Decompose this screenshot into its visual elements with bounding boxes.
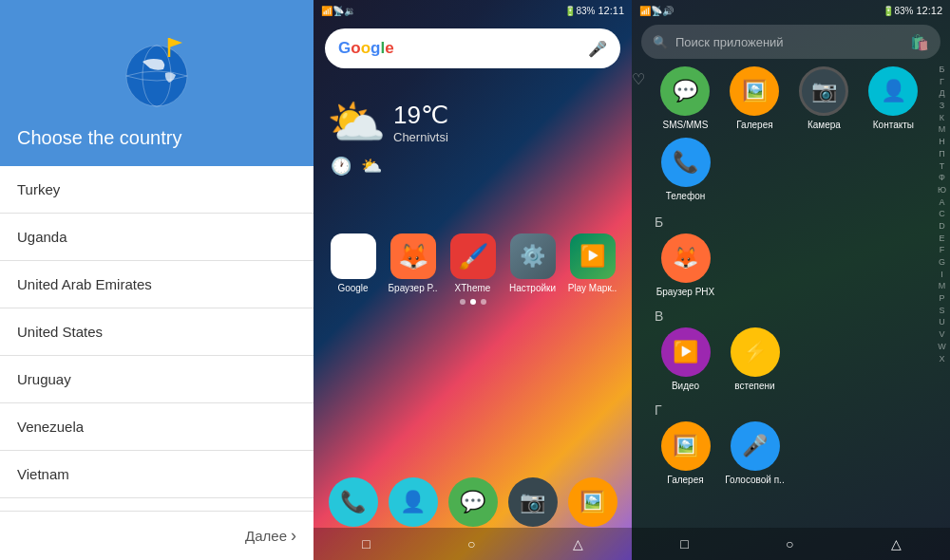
nav-home-btn[interactable]: ○ (467, 536, 475, 551)
app-gallery2[interactable]: 🖼️ Галерея (655, 421, 716, 485)
alpha-к[interactable]: К (940, 113, 944, 124)
shopping-bag-icon[interactable]: 🛍️ (910, 33, 929, 51)
country-item[interactable]: Vietnam (0, 451, 314, 498)
country-item[interactable]: United Arab Emirates (0, 261, 314, 308)
alpha-н[interactable]: Н (939, 137, 945, 148)
weather-detail-1: 🕐 (331, 156, 352, 177)
nav-recent-btn[interactable]: △ (573, 536, 583, 551)
p3-nav-recent[interactable]: △ (891, 536, 902, 551)
app-video[interactable]: ▶️ Видео (655, 327, 716, 391)
dock-camera[interactable]: 📷 (508, 477, 558, 527)
alpha-d[interactable]: D (939, 221, 945, 233)
notification-icons: 📶📡🔉 (321, 6, 355, 16)
favorites-heart-icon[interactable]: ♡ (632, 70, 645, 88)
alphabetical-sidebar[interactable]: Б Г Д З К М Н П Т Ф Ю A C D E F G I M P … (934, 63, 950, 528)
panel1-header: Choose the country (0, 0, 314, 166)
alpha-p[interactable]: P (939, 293, 944, 305)
app-sms[interactable]: 💬 SMS/MMS (655, 66, 716, 130)
app-browser-phx-label: Браузер PHX (656, 287, 715, 297)
apps-row: Google 🦊 Браузер P.. 🖌️ XTheme ⚙️ Настро… (323, 233, 622, 293)
settings-icon: ⚙️ (510, 233, 556, 279)
next-arrow-icon: › (291, 526, 296, 546)
app-phone[interactable]: 📞 Телефон (655, 138, 716, 201)
alpha-т[interactable]: Т (940, 161, 945, 173)
globe-icon (114, 24, 200, 109)
google-icon (331, 233, 376, 279)
voice-icon: 🎤 (731, 421, 780, 471)
app-browser[interactable]: 🦊 Браузер P.. (387, 233, 440, 293)
app-browser-phx[interactable]: 🦊 Браузер PHX (655, 233, 716, 297)
app-contacts[interactable]: 👤 Контакты (863, 66, 924, 130)
app-drawer-panel: 📶📡🔊 🔋83% 12:12 🔍 Поиск приложений 🛍️ ♡ 💬… (632, 0, 950, 560)
google-search-bar[interactable]: Google 🎤 (325, 28, 620, 68)
alpha-п[interactable]: П (939, 149, 944, 160)
dock-messages[interactable]: 💬 (448, 477, 498, 527)
p3-nav-home[interactable]: ○ (786, 536, 793, 551)
country-item[interactable]: United States (0, 308, 314, 356)
camera-icon: 📷 (799, 66, 848, 116)
alpha-з[interactable]: З (940, 101, 944, 112)
app-search-bar[interactable]: 🔍 Поиск приложений 🛍️ (641, 25, 940, 59)
app-gallery2-label: Галерея (667, 475, 703, 485)
svg-marker-4 (169, 38, 182, 47)
vstepeni-icon: ⚡ (731, 327, 780, 377)
page-dots (323, 299, 622, 305)
alpha-s[interactable]: S (939, 306, 944, 317)
dock-phone[interactable]: 📞 (329, 477, 378, 527)
section-g: Г 🖼️ Галерея 🎤 Голосовой п.. (651, 397, 928, 485)
section-g-apps: 🖼️ Галерея 🎤 Голосовой п.. (651, 421, 928, 485)
dock-gallery[interactable]: 🖼️ (568, 477, 618, 527)
alpha-м[interactable]: М (939, 124, 946, 136)
country-item[interactable]: Uganda (0, 214, 314, 261)
alpha-u[interactable]: U (939, 317, 945, 328)
next-label: Далее (245, 528, 287, 544)
alpha-v[interactable]: V (939, 329, 944, 341)
browser-phx-icon: 🦊 (661, 233, 711, 283)
xtheme-icon: 🖌️ (450, 233, 496, 279)
panel1-footer: Далее › (0, 511, 314, 560)
app-video-label: Видео (672, 381, 699, 391)
alpha-x[interactable]: X (939, 354, 944, 365)
app-camera[interactable]: 📷 Камера (793, 66, 855, 130)
alpha-ф[interactable]: Ф (939, 173, 945, 184)
weather-icon: ⛅ (327, 95, 386, 150)
alpha-i[interactable]: I (940, 270, 943, 281)
alpha-г[interactable]: Г (940, 77, 944, 88)
app-vstepeni-label: встепени (734, 381, 774, 391)
section-b-apps: 🦊 Браузер PHX (651, 233, 928, 297)
section-g-label: Г (651, 397, 928, 421)
alpha-w[interactable]: W (938, 342, 946, 353)
app-settings-label: Настройки (509, 283, 556, 293)
app-xtheme[interactable]: 🖌️ XTheme (446, 233, 500, 293)
alpha-c[interactable]: C (939, 209, 945, 220)
dock-contacts[interactable]: 👤 (389, 477, 438, 527)
video-icon: ▶️ (661, 327, 711, 377)
app-gallery[interactable]: 🖼️ Галерея (724, 66, 786, 130)
alpha-a[interactable]: A (939, 197, 944, 209)
app-voice[interactable]: 🎤 Голосовой п.. (724, 421, 786, 485)
p3-time: 12:12 (916, 5, 942, 16)
alpha-m[interactable]: M (939, 281, 946, 292)
alpha-f[interactable]: F (940, 245, 945, 256)
weather-detail-2: ⛅ (361, 156, 382, 177)
microphone-icon[interactable]: 🎤 (588, 40, 607, 58)
alpha-e[interactable]: E (939, 233, 944, 245)
country-item[interactable]: Turkey (0, 166, 314, 214)
p3-nav-back[interactable]: □ (680, 536, 688, 551)
country-item[interactable]: Yemen (0, 498, 314, 511)
weather-widget: ⛅ 19℃ Chernivtsi 🕐 ⛅ (314, 76, 632, 186)
country-item[interactable]: Uruguay (0, 356, 314, 403)
app-playstore[interactable]: ▶️ Play Марк.. (566, 233, 619, 293)
alpha-д[interactable]: Д (939, 88, 944, 100)
nav-back-btn[interactable]: □ (362, 536, 370, 551)
country-list[interactable]: TurkeyUgandaUnited Arab EmiratesUnited S… (0, 166, 314, 511)
app-google[interactable]: Google (327, 233, 380, 293)
next-button[interactable]: Далее › (245, 526, 296, 546)
alpha-ю[interactable]: Ю (938, 185, 946, 196)
app-icons-area: Google 🦊 Браузер P.. 🖌️ XTheme ⚙️ Настро… (314, 233, 632, 305)
country-item[interactable]: Venezuela (0, 403, 314, 451)
app-vstepeni[interactable]: ⚡ встепени (724, 327, 786, 391)
app-settings[interactable]: ⚙️ Настройки (506, 233, 560, 293)
alpha-б[interactable]: Б (940, 65, 945, 76)
alpha-g[interactable]: G (939, 257, 945, 269)
